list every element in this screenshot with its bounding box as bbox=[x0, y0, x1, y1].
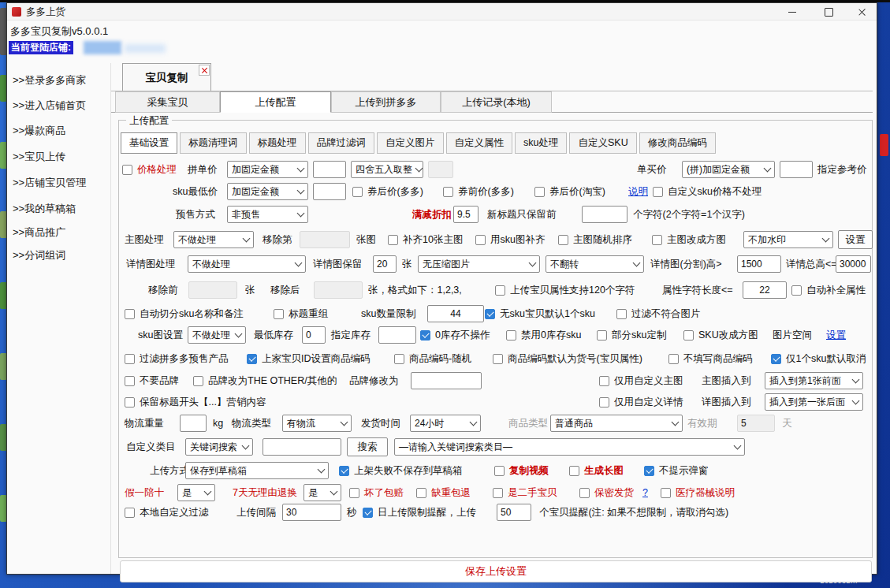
partial-sku-custom-checkbox[interactable] bbox=[597, 330, 607, 341]
source-id-as-code-checkbox[interactable] bbox=[247, 354, 257, 364]
subtab-title-process[interactable]: 标题处理 bbox=[249, 132, 306, 154]
product-type-dropdown[interactable]: 普通商品 bbox=[550, 415, 683, 432]
title-recombine-checkbox[interactable] bbox=[274, 309, 284, 319]
price-help-link[interactable]: 说明 bbox=[628, 183, 648, 200]
sidebar-item-login[interactable]: >>登录多多商家 bbox=[13, 73, 86, 87]
daily-limit-input[interactable] bbox=[497, 504, 531, 521]
custom-sku-price-skip-checkbox[interactable] bbox=[653, 187, 663, 197]
category-search-mode-dropdown[interactable]: 关键词搜索 bbox=[185, 438, 253, 456]
detail-split-height-input[interactable] bbox=[737, 255, 781, 273]
titlebar[interactable] bbox=[7, 3, 877, 20]
minimize-button[interactable] bbox=[776, 3, 808, 20]
image-space-settings-link[interactable]: 设置 bbox=[826, 326, 846, 344]
no-popup-checkbox[interactable] bbox=[644, 466, 654, 476]
watermark-settings-button[interactable]: 设置 bbox=[838, 230, 873, 249]
pad-10-images-checkbox[interactable] bbox=[388, 235, 398, 245]
no-sku-default-checkbox[interactable] bbox=[485, 309, 495, 319]
zero-stock-noop-checkbox[interactable] bbox=[420, 330, 430, 341]
sidebar-item-drafts[interactable]: >>我的草稿箱 bbox=[13, 202, 76, 216]
brand-rename-input[interactable] bbox=[411, 372, 482, 389]
attr-120-chars-checkbox[interactable] bbox=[495, 285, 505, 296]
tab-upload-config[interactable]: 上传配置 bbox=[220, 91, 331, 113]
coupon-before-pdd-checkbox[interactable] bbox=[443, 187, 453, 197]
auto-split-sku-checkbox[interactable] bbox=[125, 309, 135, 319]
auto-complete-attr-checkbox[interactable] bbox=[791, 285, 802, 296]
maximize-button[interactable] bbox=[813, 3, 844, 20]
single-price-amount-input[interactable] bbox=[780, 161, 813, 178]
upload-interval-input[interactable] bbox=[282, 504, 341, 521]
category-result-dropdown[interactable]: —请输入关键词搜索类目— bbox=[394, 438, 745, 456]
generate-long-image-checkbox[interactable] bbox=[569, 466, 579, 476]
sidebar-item-words[interactable]: >>分词组词 bbox=[13, 248, 65, 262]
discount-input[interactable] bbox=[453, 206, 479, 223]
daily-limit-reminder-checkbox[interactable] bbox=[363, 508, 373, 518]
price-process-checkbox[interactable] bbox=[122, 165, 132, 175]
subtab-custom-image[interactable]: 自定义图片 bbox=[377, 132, 444, 154]
sku-min-amount-input[interactable] bbox=[313, 183, 346, 200]
brand-to-other-checkbox[interactable] bbox=[193, 376, 203, 386]
sidebar-item-homepage[interactable]: >>进入店铺首页 bbox=[13, 99, 86, 113]
desktop-icon[interactable] bbox=[880, 134, 888, 156]
filter-presale-checkbox[interactable] bbox=[125, 354, 135, 364]
main-image-insert-dropdown[interactable]: 插入到第1张前面 bbox=[765, 372, 863, 389]
compression-dropdown[interactable]: 无压缩图片 bbox=[418, 255, 540, 273]
square-main-image-checkbox[interactable] bbox=[652, 235, 662, 245]
rounding-dropdown[interactable]: 四舍五入取整 bbox=[351, 161, 423, 178]
sku-image-mode-dropdown[interactable]: 不做处理 bbox=[188, 326, 246, 344]
detail-keep-input[interactable] bbox=[373, 255, 397, 273]
subtab-title-clean[interactable]: 标题清理词 bbox=[180, 132, 247, 154]
flip-dropdown[interactable]: 不翻转 bbox=[546, 255, 644, 273]
disable-zero-stock-sku-checkbox[interactable] bbox=[506, 330, 516, 341]
private-shipping-help-link[interactable]: ? bbox=[642, 484, 648, 501]
coupon-after-pdd-checkbox[interactable] bbox=[352, 187, 363, 197]
only-custom-main-image-checkbox[interactable] bbox=[599, 376, 609, 386]
single-sku-cancel-checkbox[interactable] bbox=[771, 354, 781, 364]
private-shipping-checkbox[interactable] bbox=[579, 488, 590, 498]
save-upload-settings-button[interactable]: 保存上传设置 bbox=[120, 560, 872, 582]
pin-price-amount-input[interactable] bbox=[313, 161, 346, 178]
code-default-itemno-checkbox[interactable] bbox=[493, 354, 503, 364]
second-hand-checkbox[interactable] bbox=[493, 488, 503, 498]
category-keyword-input[interactable] bbox=[263, 438, 341, 456]
detail-insert-dropdown[interactable]: 插入到第一张后面 bbox=[765, 393, 863, 411]
category-search-button[interactable]: 搜索 bbox=[347, 437, 388, 456]
coupon-after-taobao-checkbox[interactable] bbox=[534, 187, 545, 197]
pad-with-sku-image-checkbox[interactable] bbox=[475, 235, 486, 245]
sidebar-item-upload[interactable]: >>宝贝上传 bbox=[13, 150, 65, 164]
filter-bad-images-checkbox[interactable] bbox=[616, 309, 627, 319]
medical-device-checkbox[interactable] bbox=[661, 488, 671, 498]
seven-day-return-dropdown[interactable]: 是 bbox=[303, 484, 341, 501]
upload-mode-dropdown[interactable]: 保存到草稿箱 bbox=[185, 462, 329, 479]
subtab-sku-process[interactable]: sku处理 bbox=[515, 132, 567, 154]
no-brand-checkbox[interactable] bbox=[125, 376, 135, 386]
subtab-basic[interactable]: 基础设置 bbox=[121, 132, 177, 154]
random-code-checkbox[interactable] bbox=[394, 354, 404, 364]
pin-price-mode-dropdown[interactable]: 加固定金额 bbox=[227, 161, 308, 178]
specify-stock-input[interactable] bbox=[378, 326, 416, 344]
attr-length-input[interactable] bbox=[743, 281, 787, 299]
detail-total-height-input[interactable] bbox=[836, 255, 871, 273]
sidebar-item-hot[interactable]: >>爆款商品 bbox=[13, 124, 65, 138]
local-custom-filter-checkbox[interactable] bbox=[125, 508, 135, 518]
underweight-refund-checkbox[interactable] bbox=[416, 488, 426, 498]
tab-collect[interactable]: 采集宝贝 bbox=[115, 91, 220, 113]
tab-upload-log[interactable]: 上传记录(本地) bbox=[441, 91, 552, 113]
fail-no-draft-checkbox[interactable] bbox=[339, 466, 349, 476]
detail-image-mode-dropdown[interactable]: 不做处理 bbox=[188, 255, 306, 273]
presale-dropdown[interactable]: 非预售 bbox=[227, 206, 308, 223]
keep-title-prefix-checkbox[interactable] bbox=[125, 397, 135, 408]
broken-compensate-checkbox[interactable] bbox=[349, 488, 359, 498]
single-price-mode-dropdown[interactable]: (拼)加固定金额 bbox=[682, 161, 775, 178]
copy-video-checkbox[interactable] bbox=[494, 466, 505, 476]
tab-upload-to-pdd[interactable]: 上传到拼多多 bbox=[331, 91, 441, 113]
sidebar-item-promote[interactable]: >>商品推广 bbox=[13, 225, 65, 240]
watermark-dropdown[interactable]: 不加水印 bbox=[743, 231, 833, 248]
no-code-checkbox[interactable] bbox=[668, 354, 679, 364]
ship-time-dropdown[interactable]: 24小时 bbox=[410, 415, 481, 432]
logistics-type-dropdown[interactable]: 有物流 bbox=[282, 415, 352, 432]
main-image-mode-dropdown[interactable]: 不做处理 bbox=[173, 231, 254, 248]
subtab-edit-product-code[interactable]: 修改商品编码 bbox=[639, 132, 716, 154]
shuffle-main-images-checkbox[interactable] bbox=[558, 235, 568, 245]
sku-square-checkbox[interactable] bbox=[683, 330, 694, 341]
min-stock-input[interactable] bbox=[302, 326, 326, 344]
